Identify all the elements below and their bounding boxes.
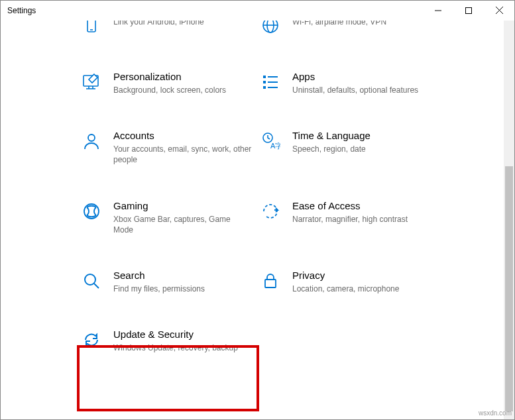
svg-line-24 [94, 284, 99, 288]
globe-icon [259, 21, 282, 36]
svg-point-19 [88, 134, 95, 141]
tile-desc: Xbox Game Bar, captures, Game Mode [113, 214, 253, 235]
svg-point-6 [263, 21, 278, 32]
svg-rect-14 [263, 81, 266, 83]
tile-title: Personalization [113, 71, 253, 82]
close-button[interactable] [484, 1, 514, 20]
maximize-button[interactable] [453, 1, 484, 20]
titlebar-controls [423, 1, 514, 20]
settings-content: Link your Android, iPhone Wi-Fi, airplan… [1, 21, 504, 419]
tile-desc: Your accounts, email, sync, work, other … [113, 144, 253, 165]
window-title: Settings [7, 6, 36, 15]
tile-title: Apps [292, 71, 431, 82]
tile-network[interactable]: Wi-Fi, airplane mode, VPN [259, 21, 431, 38]
time-language-icon: A字 [259, 130, 282, 152]
personalization-icon [80, 71, 103, 93]
tile-privacy[interactable]: Privacy Location, camera, microphone [259, 268, 431, 295]
svg-point-23 [85, 274, 95, 285]
watermark: wsxdn.com [479, 409, 512, 417]
update-security-icon [80, 329, 103, 351]
svg-rect-15 [263, 86, 266, 89]
svg-rect-1 [466, 7, 472, 13]
tile-gaming[interactable]: Gaming Xbox Game Bar, captures, Game Mod… [80, 199, 253, 236]
svg-rect-16 [268, 76, 278, 78]
tile-title: Privacy [292, 270, 431, 281]
tile-desc: Windows Update, recovery, backup [113, 342, 253, 353]
svg-rect-18 [268, 87, 278, 88]
privacy-icon [259, 270, 282, 292]
gaming-icon [80, 200, 103, 223]
tile-search[interactable]: Search Find my files, permissions [80, 268, 253, 295]
tile-title: Update & Security [113, 329, 253, 340]
minimize-icon [435, 7, 441, 14]
svg-text:A字: A字 [270, 142, 280, 150]
titlebar: Settings [1, 1, 514, 21]
tile-title: Gaming [113, 200, 253, 211]
tile-personalization[interactable]: Personalization Background, lock screen,… [80, 70, 253, 97]
tile-desc: Find my files, permissions [113, 284, 253, 294]
tile-title: Ease of Access [292, 200, 431, 211]
tile-desc: Speech, region, date [292, 144, 431, 154]
tile-accounts[interactable]: Accounts Your accounts, email, sync, wor… [80, 129, 253, 166]
search-icon [80, 270, 103, 292]
ease-of-access-icon [259, 200, 282, 223]
svg-rect-17 [268, 81, 278, 83]
tile-time-language[interactable]: A字 Time & Language Speech, region, date [259, 129, 431, 166]
tile-apps[interactable]: Apps Uninstall, defaults, optional featu… [259, 70, 431, 97]
maximize-icon [465, 7, 472, 14]
accounts-icon [80, 130, 103, 152]
tile-ease-of-access[interactable]: Ease of Access Narrator, magnifier, high… [259, 199, 431, 236]
svg-rect-25 [265, 280, 276, 288]
phone-icon [80, 21, 103, 36]
tile-title: Time & Language [292, 130, 431, 141]
tile-desc: Link your Android, iPhone [113, 21, 253, 27]
scrollbar-track[interactable] [504, 21, 514, 419]
scrollbar-thumb[interactable] [505, 166, 513, 411]
minimize-button[interactable] [423, 1, 453, 20]
tile-desc: Narrator, magnifier, high contrast [292, 214, 431, 225]
tile-title: Accounts [113, 130, 253, 141]
tile-phone[interactable]: Link your Android, iPhone [80, 21, 253, 38]
svg-point-7 [267, 21, 274, 32]
close-icon [496, 7, 503, 14]
tile-title: Search [113, 270, 253, 281]
tile-desc: Wi-Fi, airplane mode, VPN [292, 21, 431, 27]
tile-desc: Background, lock screen, colors [113, 85, 253, 95]
apps-icon [259, 71, 282, 93]
tile-desc: Location, camera, microphone [292, 284, 431, 294]
tile-update-security[interactable]: Update & Security Windows Update, recove… [80, 327, 253, 354]
svg-rect-13 [263, 76, 266, 78]
tile-desc: Uninstall, defaults, optional features [292, 85, 431, 95]
